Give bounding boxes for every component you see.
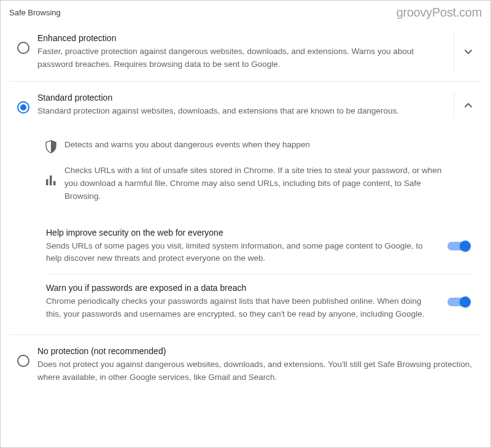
feature-text: Detects and warns you about dangerous ev…: [64, 139, 337, 152]
toggle-title: Warn you if passwords are exposed in a d…: [46, 283, 438, 293]
toggle-title: Help improve security on the web for eve…: [46, 228, 438, 238]
option-no-protection[interactable]: No protection (not recommended) Does not…: [9, 334, 482, 394]
option-text: Standard protection Standard protection …: [37, 93, 454, 118]
option-text: Enhanced protection Faster, proactive pr…: [37, 33, 454, 71]
radio-col: [9, 346, 37, 367]
toggle-desc: Chrome periodically checks your password…: [46, 295, 438, 321]
toggle-text: Help improve security on the web for eve…: [46, 228, 447, 266]
option-title: No protection (not recommended): [37, 346, 476, 356]
standard-toggles: Help improve security on the web for eve…: [9, 203, 482, 335]
svg-rect-2: [53, 181, 56, 185]
option-title: Enhanced protection: [37, 33, 447, 43]
icon-col: [37, 164, 64, 185]
expand-col: [454, 93, 482, 118]
section-header: Safe Browsing groovyPost.com: [1, 1, 490, 22]
shield-icon: [45, 140, 57, 153]
svg-rect-1: [50, 176, 52, 185]
option-desc: Standard protection against websites, do…: [37, 105, 447, 118]
toggle-help-improve-security: Help improve security on the web for eve…: [46, 219, 473, 275]
option-standard-protection[interactable]: Standard protection Standard protection …: [9, 82, 482, 128]
feature-text: Checks URLs with a list of unsafe sites …: [64, 164, 476, 203]
radio-standard[interactable]: [17, 101, 29, 114]
radio-enhanced[interactable]: [17, 42, 29, 54]
radio-col: [9, 93, 37, 114]
section-title: Safe Browsing: [9, 8, 61, 17]
radio-col: [9, 33, 37, 54]
standard-expanded: Detects and warns you about dangerous ev…: [9, 128, 482, 203]
option-desc: Does not protect you against dangerous w…: [37, 358, 476, 384]
toggle-desc: Sends URLs of some pages you visit, limi…: [46, 240, 438, 266]
toggle-text: Warn you if passwords are exposed in a d…: [46, 283, 447, 321]
feature-detects-warns: Detects and warns you about dangerous ev…: [37, 128, 482, 153]
switch-warn-password-breach[interactable]: [447, 298, 470, 306]
watermark: groovyPost.com: [396, 6, 482, 20]
bar-chart-icon: [45, 176, 56, 185]
option-standard-protection-group: Standard protection Standard protection …: [9, 82, 482, 334]
option-desc: Faster, proactive protection against dan…: [37, 45, 447, 71]
radio-no-protection[interactable]: [17, 355, 29, 367]
toggle-warn-password-breach: Warn you if passwords are exposed in a d…: [46, 274, 473, 330]
svg-rect-0: [46, 179, 48, 185]
chevron-up-icon[interactable]: [465, 102, 472, 107]
option-enhanced-protection[interactable]: Enhanced protection Faster, proactive pr…: [9, 22, 482, 82]
feature-checks-urls: Checks URLs with a list of unsafe sites …: [37, 153, 482, 203]
chevron-down-icon[interactable]: [465, 50, 472, 55]
switch-help-improve-security[interactable]: [447, 242, 470, 250]
option-text: No protection (not recommended) Does not…: [37, 346, 482, 384]
icon-col: [37, 139, 64, 153]
option-title: Standard protection: [37, 93, 447, 102]
expand-col: [454, 33, 482, 71]
safe-browsing-options: Enhanced protection Faster, proactive pr…: [1, 22, 490, 399]
